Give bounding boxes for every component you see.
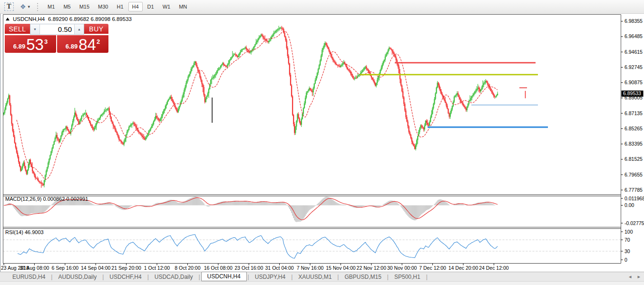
timeframe-h1[interactable]: H1 — [113, 2, 127, 11]
tab-separator: | — [51, 274, 52, 280]
rsi-indicator-label: RSI(14) 46.9003 — [5, 229, 44, 235]
tab-gbpusd-m15[interactable]: GBPUSD,M15 — [340, 273, 386, 281]
sell-price-big: 53 — [26, 38, 44, 52]
tab-eurusd-h4[interactable]: EURUSD,H4 — [8, 273, 50, 281]
sell-button[interactable]: SELL — [5, 24, 30, 35]
tab-separator: | — [102, 274, 104, 280]
tab-separator: | — [198, 274, 200, 280]
buy-price-small: 6.89 — [66, 43, 78, 50]
timeframe-w1[interactable]: W1 — [159, 2, 175, 11]
tab-usdjpy-h4[interactable]: USDJPY,H4 — [250, 273, 290, 281]
timeframe-m15[interactable]: M15 — [76, 2, 93, 11]
top-toolbar: T ❖ ▾ M1M5M15M30H1H4D1W1MN — [0, 0, 644, 14]
volume-increase-button[interactable]: ▲ — [74, 24, 84, 34]
buy-price-big: 84 — [78, 38, 96, 52]
arrange-tool-button[interactable]: ❖ ▾ — [20, 3, 30, 10]
chart-title: USDCNH,H4 6.89290 6.89682 6.89098 6.8953… — [6, 16, 132, 22]
sell-price-small: 6.89 — [13, 43, 25, 50]
text-tool-icon: T — [5, 3, 13, 10]
sell-price-sup: 3 — [44, 38, 48, 45]
trade-panel-toggle-icon[interactable] — [6, 18, 10, 20]
timeframe-m5[interactable]: M5 — [59, 2, 74, 11]
tab-audusd-daily[interactable]: AUDUSD,Daily — [53, 273, 101, 281]
macd-indicator-label: MACD(12,26,9) 0.000862 0.002991 — [5, 196, 88, 202]
tab-separator: | — [337, 274, 339, 280]
tab-scroll-right-icon[interactable]: ▸ — [637, 274, 640, 279]
arrange-icon: ❖ — [20, 3, 26, 10]
buy-button[interactable]: BUY — [84, 24, 108, 35]
tab-usdcnh-h4[interactable]: USDCNH,H4 — [201, 272, 247, 281]
tab-sp500-h1[interactable]: SP500,H1 — [390, 273, 425, 281]
chart-ohlc-values: 6.89290 6.89682 6.89098 6.89533 — [48, 16, 132, 22]
buy-price-sup: 2 — [97, 38, 100, 45]
volume-input[interactable] — [40, 24, 74, 34]
tab-separator: | — [147, 274, 149, 280]
one-click-trade-panel: SELL ▼ ▲ BUY 6.89 53 3 6.89 84 2 — [5, 24, 108, 53]
timeframe-m30[interactable]: M30 — [94, 2, 112, 11]
tab-scroll-arrows: ◂ ▸ — [624, 274, 640, 280]
volume-decrease-button[interactable]: ▼ — [30, 24, 40, 34]
tab-xauusd-m1[interactable]: XAUUSD,M1 — [293, 273, 336, 281]
status-bar — [0, 281, 644, 285]
tab-separator: | — [426, 274, 428, 280]
tab-usdchf-h4[interactable]: USDCHF,H4 — [105, 273, 146, 281]
tab-separator: | — [387, 274, 389, 280]
chart-tabs: EURUSD,H4|AUDUSD,Daily|USDCHF,H4|USDCAD,… — [8, 272, 429, 282]
tab-separator: | — [248, 274, 249, 280]
timeframe-d1[interactable]: D1 — [144, 2, 158, 11]
chart-tab-bar: EURUSD,H4|AUDUSD,Daily|USDCHF,H4|USDCAD,… — [0, 272, 644, 282]
tab-separator: | — [291, 274, 293, 280]
timeframe-mn[interactable]: MN — [175, 2, 191, 11]
timeframe-m1[interactable]: M1 — [44, 2, 59, 11]
buy-price-display[interactable]: 6.89 84 2 — [57, 35, 108, 53]
chevron-down-icon: ▾ — [28, 4, 30, 9]
volume-stepper: ▼ ▲ — [30, 24, 84, 35]
toolbar-grip[interactable] — [37, 2, 39, 11]
tab-usdcad-daily[interactable]: USDCAD,Daily — [150, 273, 198, 281]
sell-price-display[interactable]: 6.89 53 3 — [5, 35, 56, 53]
tab-scroll-left-icon[interactable]: ◂ — [629, 274, 632, 279]
text-tool-button[interactable]: T — [3, 1, 15, 12]
chart-symbol-label: USDCNH,H4 — [13, 16, 45, 22]
timeframe-h4[interactable]: H4 — [128, 2, 143, 11]
timeframe-toolbar: M1M5M15M30H1H4D1W1MN — [43, 2, 191, 11]
